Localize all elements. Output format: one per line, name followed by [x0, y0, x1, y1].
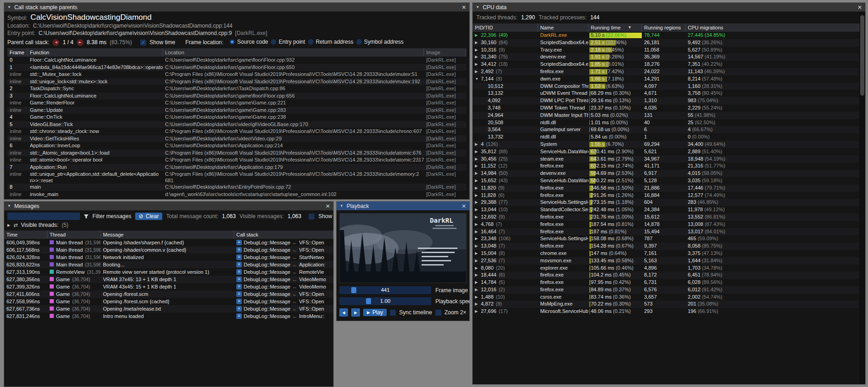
callstack-icon[interactable]: ≡ [236, 284, 242, 289]
callstack-row[interactable]: 6Application::InnerLoopC:\Users\wolf\Des… [7, 142, 466, 150]
callstack-row[interactable]: inlineGame::UpdateC:\Users\wolf\Desktop\… [7, 107, 466, 114]
callstack-icon[interactable]: ≡ [236, 262, 242, 267]
cpu-process-row[interactable]: ▶15,652(43)ServiceHub.DataWarehou580.22 … [473, 177, 859, 185]
callstack-row[interactable]: 2TaskDispatch::SyncC:\Users\wolf\Desktop… [7, 85, 466, 92]
expand-arrow-icon[interactable]: ▶ [475, 185, 481, 192]
column-header-location[interactable]: Location [163, 48, 424, 57]
callstack-row[interactable]: 7Application::RunC:\Users\wolf\Desktop\d… [7, 164, 466, 171]
cpu-process-row[interactable]: ▶2,492(7)firefox.exe1.71 s (7.42%)24,022… [473, 68, 859, 75]
message-row[interactable]: 627,399,326nsGame(36,704)VRAM 43x45: 15 … [4, 283, 333, 290]
cpu-process-row[interactable]: ▶22,396(49)DarkRL.exe5.10 s (22.06%)78,7… [473, 32, 859, 39]
radio-icon[interactable] [229, 39, 235, 45]
expand-arrow-icon[interactable]: ▶ [475, 206, 481, 214]
cpu-process-row[interactable]: ▶16,464(7)firefox.exe187 ms (0.81%)15,49… [473, 228, 859, 236]
column-header-name[interactable]: Name [538, 23, 588, 32]
callstack-row[interactable]: inlinestd::unique_ptr<Application,std::d… [7, 171, 466, 184]
cpu-process-row[interactable]: ▶15,004(8)chrome.exe147 ms (0.64%)7,1613… [473, 250, 859, 257]
close-icon[interactable]: ✕ [462, 4, 466, 11]
column-header-image[interactable]: Image [424, 48, 466, 57]
message-row[interactable]: 627,380,356nsGame(36,704)VRAM 37x45: 13 … [4, 276, 333, 283]
expand-arrow-icon[interactable]: ▶ [475, 170, 481, 177]
cpu-process-row[interactable]: 10,512DWM Compositor Thread1.53 s (6.63%… [473, 83, 859, 90]
expand-arrow-icon[interactable]: ▶ [475, 148, 481, 156]
playback-speed-slider[interactable]: 1.00 [339, 297, 431, 305]
cpu-process-row[interactable]: 13,132uDWM Event Thread68.29 ms (0.30%)4… [473, 90, 859, 97]
callstack-row[interactable]: 1<lambda_84a19dc444fae966ca174e83e708bdc… [7, 64, 466, 71]
expand-arrow-icon[interactable]: ▶ [475, 162, 481, 170]
expand-arrow-icon[interactable]: ▼ [475, 75, 481, 83]
callstack-titlebar[interactable]: ▼ Call stack sample parents ✕ [4, 3, 469, 12]
cpu-titlebar[interactable]: ▼ CPU data ✕ [473, 3, 865, 12]
cpu-process-row[interactable]: ▶11,828(6)firefox.exe291.26 ms (1.26%)16… [473, 192, 859, 199]
zoom-2x-checkbox[interactable] [435, 310, 441, 316]
expand-arrow-icon[interactable]: ▶ [475, 214, 481, 221]
callstack-icon[interactable]: ≡ [236, 269, 242, 275]
callstack-icon[interactable]: ≡ [236, 306, 242, 312]
frame-image-slider[interactable]: 441 [339, 286, 431, 294]
sync-timeline-checkbox[interactable] [390, 310, 396, 316]
callstack-row[interactable]: 8mainC:\Users\wolf\Desktop\darkrl\src\En… [7, 184, 466, 191]
column-header-cpu-migrations[interactable]: CPU migrations [685, 23, 859, 32]
expand-arrow-icon[interactable]: ▶ [475, 156, 481, 163]
callstack-row[interactable]: inlinestd::unique_lock<std::mutex>::lock… [7, 78, 466, 86]
cpu-process-row[interactable]: ▶23,348(106)ServiceHub.SettingsHost158.0… [473, 235, 859, 243]
column-header-message[interactable]: Message [101, 231, 234, 239]
callstack-row[interactable]: inlineVideo::GetTicksHiResC:\Users\wolf\… [7, 135, 466, 143]
cpu-process-row[interactable]: ▶27,536(7)msvsmon.exe133.45 ms (0.58%)5,… [473, 257, 859, 265]
filter-input[interactable] [7, 213, 80, 220]
expand-arrow-icon[interactable]: ▶ [475, 294, 481, 301]
expand-arrow-icon[interactable]: ▶ [475, 53, 481, 61]
cpu-process-row[interactable]: ▶8,080(20)explorer.exe105.66 ms (0.46%)4… [473, 265, 859, 272]
prev-parent-button[interactable]: ◀ [52, 39, 59, 46]
cpu-process-row[interactable]: ▶18,444(6)firefox.exe104.2 ms (0.45%)8,1… [473, 271, 859, 279]
cpu-process-row[interactable]: 3,748DWM Token Thread23.37 ms (0.10%)4,0… [473, 104, 859, 112]
column-header-pid-tid[interactable]: PID/TID [473, 23, 538, 32]
next-parent-button[interactable]: ▶ [77, 39, 84, 46]
column-header-function[interactable]: Function [28, 48, 163, 57]
callstack-row[interactable]: 3Floor::CalcLightNoLuminanceC:\Users\wol… [7, 92, 466, 100]
callstack-row[interactable]: 4Game::OnTickC:\Users\wolf\Desktop\darkr… [7, 114, 466, 121]
expand-arrow-icon[interactable]: ▶ [475, 308, 481, 315]
cpu-process-row[interactable]: 20,508ntdll.dll1.01 ms (0.00%)4025 (62.5… [473, 119, 859, 127]
cpu-scrollbar-thumb[interactable] [860, 15, 864, 96]
expand-arrow-icon[interactable]: ▶ [475, 271, 481, 279]
expand-arrow-icon[interactable]: ▶ [475, 39, 481, 46]
messages-titlebar[interactable]: ▼ Messages ✕ [4, 202, 333, 210]
expand-arrow-icon[interactable]: ▶ [475, 257, 481, 265]
column-header-running-time[interactable]: Running time ▼ [588, 23, 642, 32]
expand-arrow-icon[interactable]: ▶ [475, 46, 481, 54]
message-row[interactable]: 606,117,568nsMain thread(31,596)Opening … [4, 246, 333, 254]
close-icon[interactable]: ✕ [857, 4, 862, 11]
cpu-process-row[interactable]: 24,964DWM Master Input Thread5.03 ms (0.… [473, 112, 859, 119]
expand-arrow-icon[interactable]: ▶ [475, 286, 481, 294]
callstack-row[interactable]: inlinestd::_Atomic_storage<bool,1>::load… [7, 150, 466, 157]
cpu-process-row[interactable]: ▶13,044(10)StandardCollector.Servic242.4… [473, 206, 859, 214]
callstack-row[interactable]: inlineGame::RenderFloorC:\Users\wolf\Des… [7, 99, 466, 107]
cpu-process-row[interactable]: ▶29,388(77)ServiceHub.SettingsHost273.15… [473, 199, 859, 206]
expand-arrow-icon[interactable]: ▶ [475, 228, 481, 236]
collapse-icon[interactable]: ▼ [7, 5, 11, 9]
cpu-process-row[interactable]: ▶4,872(9)MsMpEng.exe70.22 ms (0.30%)5732… [473, 300, 859, 308]
cpu-process-row[interactable]: ▶35,812(88)ServiceHub.DataWarehou670.41 … [473, 148, 859, 156]
cpu-process-row[interactable]: ▶12,692(9)firefox.exe231.76 ms (1.00%)15… [473, 214, 859, 221]
show-time-checkbox[interactable]: ✓ [140, 40, 146, 46]
cpu-process-row[interactable]: ▶31,340(75)devenv.exe1.91 s (8.26%)35,36… [473, 53, 859, 61]
message-row[interactable]: 627,313,190nsRemoteView(31,392)Remote vi… [4, 268, 333, 276]
cpu-process-row[interactable]: ▶10,316(9)Tracy.exe2.18 s (9.45%)11,0585… [473, 46, 859, 54]
callstack-row[interactable]: inlinestd::atomic<bool>::operator boolC:… [7, 156, 466, 164]
callstack-row[interactable]: inlinestd::chrono::steady_clock::nowC:\P… [7, 128, 466, 135]
next-frame-button[interactable]: ▶ [351, 308, 360, 317]
expand-arrow-icon[interactable]: ▶ [475, 279, 481, 286]
callstack-row[interactable]: inlinestd::_Mutex_base::lockC:\Program F… [7, 71, 466, 78]
callstack-icon[interactable]: ≡ [236, 254, 242, 260]
cpu-process-row[interactable]: ▶11,820(9)firefox.exe346.58 ms (1.50%)21… [473, 185, 859, 192]
frame-location-radio-option[interactable]: Symbol address [356, 39, 404, 45]
message-row[interactable]: 627,667,736nsGame(36,704)Opening /meta/r… [4, 305, 333, 312]
close-icon[interactable]: ✕ [462, 203, 466, 209]
cpu-process-row[interactable]: ▶14,984(50)devenv.exe584.69 ms (2.53%)6,… [473, 170, 859, 177]
radio-icon[interactable] [356, 39, 362, 45]
previous-frame-button[interactable]: ◀ [339, 308, 348, 317]
collapse-icon[interactable]: ▼ [7, 204, 11, 208]
column-header-call-stack[interactable]: Call stack [234, 231, 333, 239]
cpu-process-row[interactable]: ▶30,160(84)ScriptedSandbox64.exe2.51 s (… [473, 39, 859, 46]
